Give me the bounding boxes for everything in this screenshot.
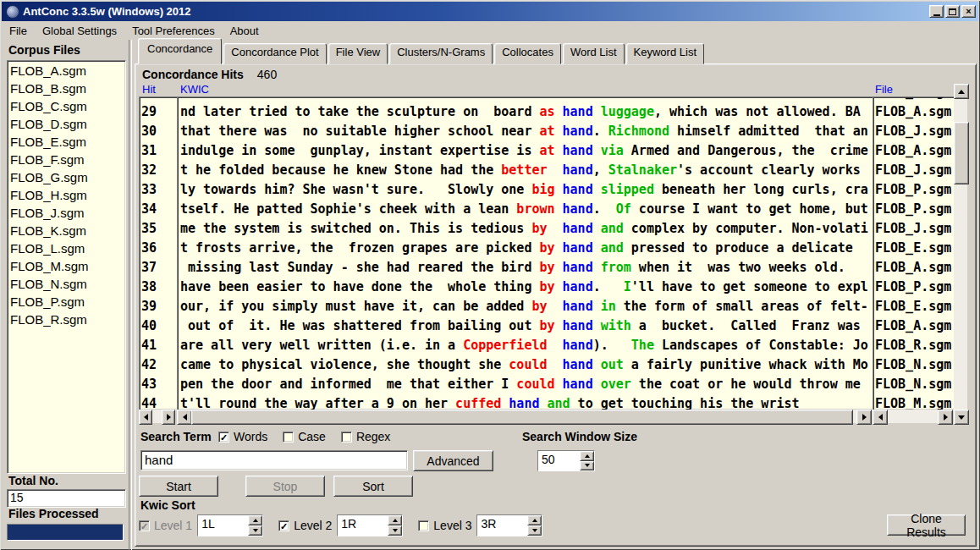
column-header-hit[interactable]: Hit: [142, 83, 156, 96]
kwic-line[interactable]: that there was no suitable higher school…: [180, 122, 875, 141]
file-name: FLOB_J.sgm: [875, 219, 955, 239]
tab-clusters-n-grams[interactable]: Clusters/N-Grams: [389, 43, 493, 64]
search-window-size-value[interactable]: 50: [538, 451, 580, 470]
corpus-file-item[interactable]: FLOB_H.sgm: [10, 186, 125, 204]
kwic-line[interactable]: t frosts arrive, the frozen grapes are p…: [180, 239, 875, 258]
tab-concordance[interactable]: Concordance: [138, 38, 222, 64]
corpus-file-item[interactable]: FLOB_D.sgm: [10, 115, 125, 133]
vertical-scrollbar[interactable]: [954, 84, 967, 410]
kwic-line[interactable]: came to physical violence, she thought s…: [180, 355, 875, 375]
level-1-spinner[interactable]: 1L: [197, 514, 263, 536]
menu-item-file[interactable]: File: [2, 22, 35, 40]
keyword: hand: [563, 377, 593, 392]
arrow-down-icon: [532, 529, 537, 532]
level-1-value[interactable]: 1L: [198, 515, 248, 536]
kwic-line[interactable]: missing last Sunday - she had reared the…: [180, 258, 875, 278]
scroll-down-button[interactable]: [954, 410, 969, 425]
spin-up-button[interactable]: [388, 515, 402, 525]
spin-down-button[interactable]: [580, 461, 594, 471]
arrow-down-icon: [958, 415, 965, 420]
spin-down-button[interactable]: [388, 525, 402, 536]
spin-down-button[interactable]: [248, 525, 262, 536]
level-1-checkbox[interactable]: ✓: [139, 520, 150, 531]
case-checkbox[interactable]: [283, 432, 294, 443]
kwic-line[interactable]: me the system is switched on. This is te…: [180, 219, 875, 239]
corpus-file-item[interactable]: FLOB_R.sgm: [10, 311, 125, 328]
kwic-scroll-left-button[interactable]: [177, 410, 192, 425]
scroll-up-button[interactable]: [954, 84, 969, 99]
corpus-file-item[interactable]: FLOB_L.sgm: [10, 239, 125, 257]
start-button[interactable]: Start: [139, 476, 218, 497]
minimize-button[interactable]: [929, 5, 944, 18]
column-header-kwic[interactable]: KWIC: [180, 83, 209, 96]
total-no-value: 15: [7, 489, 126, 508]
stop-button[interactable]: Stop: [245, 476, 325, 497]
corpus-file-item[interactable]: FLOB_M.sgm: [10, 257, 125, 275]
hit-number: 34: [141, 200, 178, 219]
kwic-hscrollbar[interactable]: [177, 410, 872, 423]
corpus-files-list[interactable]: FLOB_A.sgmFLOB_B.sgmFLOB_C.sgmFLOB_D.sgm…: [7, 60, 126, 474]
kwic-scroll-thumb[interactable]: [191, 410, 853, 425]
scroll-left-icon-btn[interactable]: [139, 410, 152, 425]
tab-file-view[interactable]: File View: [328, 43, 388, 64]
corpus-file-item[interactable]: FLOB_E.sgm: [10, 133, 125, 151]
level-3-value[interactable]: 3R: [477, 515, 527, 536]
kwic-line[interactable]: ly towards him? She wasn't sure. Slowly …: [180, 180, 875, 200]
menu-item-about[interactable]: About: [223, 22, 267, 40]
kwic-line[interactable]: have been easier to have done the whole …: [180, 278, 875, 297]
level-3-spinner[interactable]: 3R: [476, 514, 542, 536]
words-checkbox[interactable]: ✓: [218, 432, 229, 443]
menu-item-global-settings[interactable]: Global Settings: [35, 22, 124, 40]
tab-keyword-list[interactable]: Keyword List: [626, 43, 704, 64]
kwic-line[interactable]: our, if you simply must have it, can be …: [180, 297, 875, 316]
kwic-line[interactable]: pen the door and informed me that either…: [180, 375, 875, 394]
level-2-checkbox[interactable]: ✓: [278, 520, 289, 531]
clone-results-button[interactable]: Clone Results: [887, 514, 966, 536]
file-scroll-left-button[interactable]: [873, 410, 888, 425]
corpus-file-item[interactable]: FLOB_P.sgm: [10, 293, 125, 311]
close-button[interactable]: ×: [961, 5, 976, 18]
tab-concordance-plot[interactable]: Concordance Plot: [223, 43, 326, 64]
corpus-file-item[interactable]: FLOB_B.sgm: [10, 80, 125, 97]
corpus-file-item[interactable]: FLOB_A.sgm: [10, 62, 125, 80]
corpus-file-item[interactable]: FLOB_J.sgm: [10, 204, 125, 222]
file-hscrollbar[interactable]: [873, 410, 953, 423]
tab-collocates[interactable]: Collocates: [494, 43, 561, 64]
sidebar-splitter[interactable]: [129, 40, 132, 550]
spin-up-button[interactable]: [527, 515, 542, 525]
level-2-value[interactable]: 1R: [338, 515, 388, 536]
sort-button[interactable]: Sort: [333, 476, 413, 497]
search-window-size-spinner[interactable]: 50: [537, 450, 595, 471]
scroll-right-icon-btn[interactable]: [162, 410, 175, 425]
kwic-line[interactable]: indulge in some gunplay, instant experti…: [180, 141, 875, 161]
kwic-list[interactable]: nd later tried to take the sculpture on …: [177, 96, 876, 410]
corpus-file-item[interactable]: FLOB_N.sgm: [10, 275, 125, 293]
kwic-line[interactable]: out of it. He was shattered from bailing…: [180, 316, 875, 336]
level-3-checkbox[interactable]: [418, 520, 429, 531]
kwic-line[interactable]: are all very well written (i.e. in a Cop…: [180, 336, 875, 355]
menu-item-tool-preferences[interactable]: Tool Preferences: [124, 22, 223, 40]
vertical-scroll-thumb[interactable]: [954, 122, 969, 184]
kwic-line[interactable]: tself. He patted Sophie's cheek with a l…: [180, 200, 875, 219]
search-input[interactable]: hand: [140, 450, 408, 470]
hit-hscrollbar[interactable]: [139, 410, 175, 423]
spin-up-button[interactable]: [248, 515, 262, 525]
corpus-file-item[interactable]: FLOB_G.sgm: [10, 168, 125, 186]
regex-checkbox[interactable]: [341, 432, 352, 443]
hit-number: 30: [141, 122, 178, 141]
column-header-file[interactable]: File: [875, 83, 893, 96]
kwic-scroll-right-button[interactable]: [856, 410, 872, 425]
corpus-file-item[interactable]: FLOB_K.sgm: [10, 222, 125, 239]
level-2-spinner[interactable]: 1R: [337, 514, 403, 536]
kwic-line[interactable]: t'll round the way after a 9 on her cuff…: [180, 394, 875, 410]
file-scroll-right-button[interactable]: [938, 410, 953, 425]
advanced-button[interactable]: Advanced: [413, 450, 493, 471]
spin-up-button[interactable]: [580, 451, 594, 461]
kwic-line[interactable]: t he folded because he knew Stone had th…: [180, 161, 875, 180]
maximize-button[interactable]: [945, 5, 960, 18]
corpus-file-item[interactable]: FLOB_C.sgm: [10, 97, 125, 115]
kwic-line[interactable]: nd later tried to take the sculpture on …: [180, 102, 875, 122]
spin-down-button[interactable]: [527, 525, 542, 536]
corpus-file-item[interactable]: FLOB_F.sgm: [10, 151, 125, 168]
tab-word-list[interactable]: Word List: [563, 43, 625, 64]
